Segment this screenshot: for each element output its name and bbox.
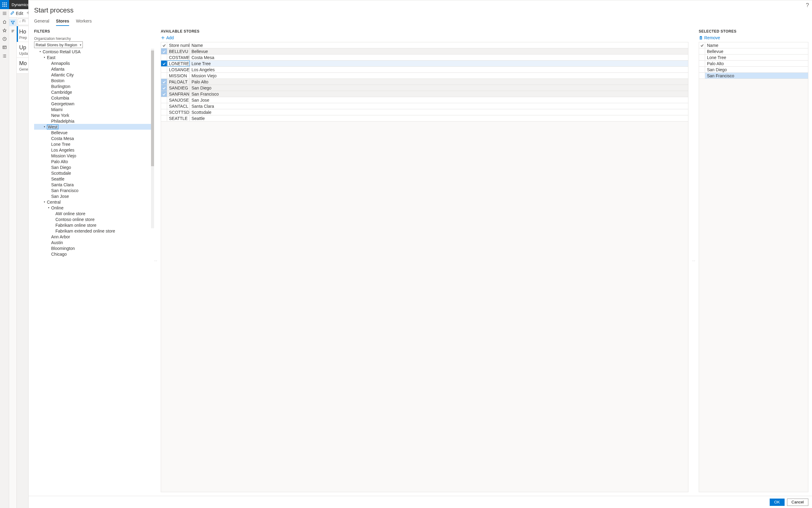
tree-node[interactable]: ▾Central: [34, 199, 153, 205]
tree-node[interactable]: Miami: [34, 107, 153, 112]
edit-icon[interactable]: [10, 11, 14, 16]
sort-icon[interactable]: [9, 28, 16, 35]
edit-button-label[interactable]: Edit: [16, 11, 23, 16]
remove-button[interactable]: Remove: [699, 35, 808, 40]
available-store-row[interactable]: SANFRANCISSan Francisco: [161, 91, 688, 97]
row-checkbox[interactable]: [161, 109, 167, 115]
expander-icon[interactable]: [47, 252, 50, 256]
org-hierarchy-select[interactable]: Retail Stores by Region ▾: [34, 41, 83, 48]
expander-icon[interactable]: [47, 148, 50, 152]
row-checkbox[interactable]: [161, 103, 167, 109]
tree-node[interactable]: Lone Tree: [34, 141, 153, 147]
expander-icon[interactable]: [47, 154, 50, 158]
selected-store-row[interactable]: San Diego: [699, 67, 808, 73]
app-launcher-icon[interactable]: [0, 0, 9, 9]
tree-node[interactable]: Austin: [34, 240, 153, 245]
expander-icon[interactable]: [47, 108, 50, 112]
expander-icon[interactable]: [47, 85, 50, 88]
expander-icon[interactable]: [47, 90, 50, 94]
row-checkbox[interactable]: [699, 60, 705, 66]
org-hierarchy-tree[interactable]: ▾Contoso Retail USA▾EastAnnapolisAtlanta…: [34, 49, 153, 257]
selected-store-row[interactable]: Palo Alto: [699, 60, 808, 67]
available-store-row[interactable]: MISSIONMission Viejo: [161, 73, 688, 79]
record-card[interactable]: MoGene: [17, 58, 29, 74]
select-all-checkbox[interactable]: [161, 42, 167, 48]
expander-icon[interactable]: [51, 212, 55, 215]
row-checkbox[interactable]: [161, 48, 167, 54]
expander-icon[interactable]: [47, 235, 50, 239]
tree-node[interactable]: Santa Clara: [34, 182, 153, 187]
row-checkbox[interactable]: [161, 97, 167, 103]
expander-icon[interactable]: [51, 223, 55, 227]
record-card[interactable]: UpUpda: [17, 42, 29, 58]
splitter-handle[interactable]: ⋮: [154, 26, 157, 496]
expander-icon[interactable]: [47, 247, 50, 250]
tree-node[interactable]: Bellevue: [34, 130, 153, 135]
hamburger-icon[interactable]: [0, 9, 9, 18]
expander-icon[interactable]: ▾: [47, 206, 50, 210]
tree-node[interactable]: Ann Arbor: [34, 234, 153, 240]
col-store-number[interactable]: Store number: [167, 42, 190, 48]
record-card[interactable]: HoPrep: [17, 26, 29, 42]
expander-icon[interactable]: [47, 241, 50, 244]
available-store-row[interactable]: SANTACLSanta Clara: [161, 103, 688, 109]
expander-icon[interactable]: ▾: [43, 56, 46, 59]
tree-node[interactable]: Atlantic City: [34, 72, 153, 78]
tree-node[interactable]: Annapolis: [34, 60, 153, 66]
help-icon[interactable]: ?: [806, 2, 809, 8]
tree-node[interactable]: New York: [34, 112, 153, 118]
row-checkbox[interactable]: [161, 60, 167, 66]
row-checkbox[interactable]: [161, 91, 167, 97]
star-icon[interactable]: [0, 26, 9, 35]
expander-icon[interactable]: [47, 119, 50, 123]
tree-node[interactable]: Contoso online store: [34, 216, 153, 222]
expander-icon[interactable]: [47, 166, 50, 169]
tree-node[interactable]: Scottsdale: [34, 170, 153, 176]
col-name[interactable]: Name: [705, 42, 808, 48]
tree-node[interactable]: ▾Contoso Retail USA: [34, 49, 153, 54]
recent-icon[interactable]: [0, 35, 9, 43]
tree-node[interactable]: Bloomington: [34, 245, 153, 251]
expander-icon[interactable]: [47, 195, 50, 198]
new-icon[interactable]: [26, 11, 29, 16]
expander-icon[interactable]: [51, 229, 55, 233]
home-icon[interactable]: [0, 18, 9, 26]
expander-icon[interactable]: [47, 160, 50, 163]
tree-node[interactable]: AW online store: [34, 211, 153, 216]
expander-icon[interactable]: [51, 218, 55, 221]
tree-node[interactable]: Palo Alto: [34, 159, 153, 164]
tree-node[interactable]: Atlanta: [34, 66, 153, 72]
available-store-row[interactable]: LONETRELone Tree: [161, 60, 688, 67]
tab-general[interactable]: General: [34, 18, 49, 26]
scrollbar-thumb[interactable]: [151, 50, 154, 166]
available-stores-grid[interactable]: Store numberNameBELLEVUBellevueCOSTAMECo…: [161, 42, 688, 121]
workspace-icon[interactable]: [0, 43, 9, 52]
tree-node[interactable]: San Jose: [34, 193, 153, 199]
splitter-handle[interactable]: ⋮: [692, 26, 695, 496]
row-checkbox[interactable]: [161, 79, 167, 85]
available-store-row[interactable]: BELLEVUBellevue: [161, 48, 688, 54]
tree-node[interactable]: Seattle: [34, 176, 153, 182]
available-store-row[interactable]: COSTAMECosta Mesa: [161, 54, 688, 60]
expander-icon[interactable]: [47, 131, 50, 134]
tree-node[interactable]: ▾West: [34, 124, 153, 130]
expander-icon[interactable]: [47, 61, 50, 65]
ok-button[interactable]: OK: [770, 499, 784, 506]
expander-icon[interactable]: [47, 79, 50, 83]
tree-scrollbar[interactable]: [151, 49, 154, 228]
row-checkbox[interactable]: [161, 85, 167, 91]
list-icon[interactable]: [0, 52, 9, 60]
available-store-row[interactable]: SANDIEGSan Diego: [161, 85, 688, 91]
expander-icon[interactable]: [47, 73, 50, 77]
tree-node[interactable]: Chicago: [34, 251, 153, 257]
tree-node[interactable]: Columbia: [34, 95, 153, 101]
expander-icon[interactable]: [47, 102, 50, 105]
add-button[interactable]: Add: [161, 35, 688, 40]
row-checkbox[interactable]: [161, 67, 167, 73]
expander-icon[interactable]: [47, 177, 50, 181]
expander-icon[interactable]: ▾: [43, 125, 46, 129]
list-filter-input[interactable]: ⌕ Fi: [18, 18, 29, 25]
row-checkbox[interactable]: [161, 54, 167, 60]
tree-node[interactable]: Fabrikam extended online store: [34, 228, 153, 234]
expander-icon[interactable]: ▾: [43, 200, 46, 204]
